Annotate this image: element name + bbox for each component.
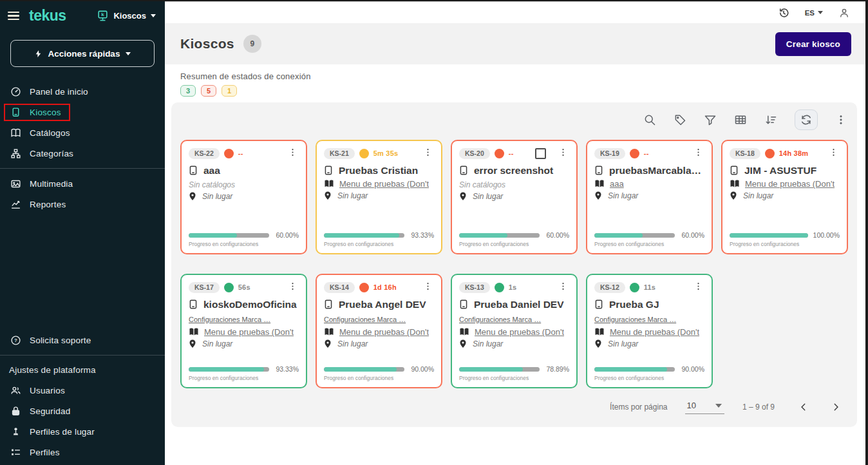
kiosk-card[interactable]: KS-19 -- pruebasMarcabla… aaa Sin lugar … (586, 140, 713, 254)
progress-block: 60.00% Progreso en configuraciones (459, 231, 569, 247)
catalog-link[interactable]: Menu de pruebas (Don't (475, 327, 564, 337)
location-pin-icon (324, 339, 332, 348)
location-pin-icon (459, 192, 467, 201)
catalog-link-line: Configuraciones Marca … (324, 313, 434, 325)
sidebar-item-kioscos[interactable]: Kioscos (0, 102, 165, 122)
kiosk-card[interactable]: KS-17 56s kioskoDemoOficina Configuracio… (180, 274, 307, 388)
more-options-button[interactable] (835, 114, 847, 126)
progress-bar (189, 367, 269, 372)
kiosk-card[interactable]: KS-22 -- aaa Sin catálogos Sin lugar 60.… (180, 140, 307, 254)
page-size-select[interactable]: 10 (685, 400, 724, 414)
catalog-link[interactable]: Configuraciones Marca … (189, 316, 270, 323)
card-header: KS-12 11s (594, 281, 704, 293)
more-vert-icon (558, 147, 568, 157)
sort-button[interactable] (764, 113, 777, 126)
sidebar-item-seguridad[interactable]: Seguridad (0, 401, 165, 421)
sidebar-item-reportes[interactable]: Reportes (0, 194, 165, 214)
book-icon (594, 180, 605, 188)
catalog-link[interactable]: Configuraciones Marca … (459, 316, 541, 323)
catalog-link[interactable]: Configuraciones Marca … (594, 316, 676, 323)
sidebar-item-multimedia[interactable]: Multimedia (0, 173, 165, 194)
card-detail-lines: Configuraciones Marca …Menu de pruebas (… (459, 310, 569, 337)
card-detail-lines: Configuraciones Marca …Menu de pruebas (… (324, 310, 434, 337)
kiosk-id-chip: KS-12 (594, 282, 625, 293)
kiosk-card[interactable]: KS-18 14h 38m JIM - ASUSTUF Menu de prue… (721, 140, 848, 254)
progress-percent: 93.33% (274, 365, 299, 373)
sidebar-item-catalogos[interactable]: Catálogos (0, 122, 165, 143)
more-vert-icon (829, 147, 838, 157)
more-vert-icon (288, 281, 297, 291)
card-detail-lines: Sin catálogos (459, 176, 569, 189)
create-kiosk-button[interactable]: Crear kiosco (775, 32, 851, 56)
user-menu-button[interactable] (838, 7, 850, 19)
book-icon (594, 328, 605, 336)
kiosk-card[interactable]: KS-20 -- error screenshot Sin catálogos … (451, 140, 578, 254)
table-view-button[interactable] (734, 113, 747, 126)
card-menu-button[interactable] (692, 281, 704, 293)
card-detail-lines: Configuraciones Marca …Menu de pruebas (… (189, 310, 299, 337)
sitemap-icon (10, 148, 21, 159)
catalog-link[interactable]: Menu de pruebas (Don't (339, 179, 429, 189)
location-pin-icon (189, 339, 196, 348)
card-menu-button[interactable] (827, 147, 840, 159)
connection-status-dot (224, 283, 234, 292)
sync-icon (800, 113, 813, 126)
catalog-link[interactable]: Configuraciones Marca … (324, 316, 406, 323)
card-header: KS-14 1d 16h (324, 281, 434, 293)
catalog-link-line: Menu de pruebas (Don't (459, 327, 569, 337)
card-menu-button[interactable] (557, 281, 569, 293)
kiosk-id-chip: KS-14 (324, 282, 355, 293)
kiosk-card[interactable]: KS-13 1s Prueba Daniel DEV Configuracion… (451, 274, 578, 388)
sidebar-item-perfiles-de-lugar[interactable]: Perfiles de lugar (0, 421, 165, 442)
history-button[interactable] (778, 7, 789, 19)
catalog-link-line: Configuraciones Marca … (594, 313, 704, 325)
sidebar-item-solicita-soporte[interactable]: ? Solicita soporte (0, 330, 165, 350)
quick-actions-button[interactable]: Acciones rápidas (10, 40, 155, 67)
kiosk-card[interactable]: KS-21 5m 35s Pruebas Cristian Menu de pr… (316, 140, 442, 254)
previous-page-button[interactable] (799, 403, 808, 412)
progress-caption: Progreso en configuraciones (730, 241, 840, 247)
connection-status-dot (495, 283, 504, 292)
kiosk-id-chip: KS-13 (459, 282, 490, 293)
tags-button[interactable] (674, 113, 686, 126)
catalog-link[interactable]: aaa (610, 179, 624, 189)
card-menu-button[interactable] (422, 147, 434, 159)
card-menu-button[interactable] (557, 147, 569, 159)
card-menu-button[interactable] (287, 147, 299, 159)
sidebar-nav: Panel de inicio Kioscos Catálogos Catego… (0, 81, 165, 214)
main-content: ES Kioscos 9 Crear kiosco Resumen de est… (165, 1, 868, 465)
refresh-button[interactable] (795, 109, 818, 130)
kiosk-card[interactable]: KS-12 11s Prueba GJ Configuraciones Marc… (586, 274, 713, 388)
kiosk-title: Prueba GJ (594, 299, 704, 310)
progress-bar (324, 233, 404, 238)
card-checkbox[interactable] (535, 148, 546, 159)
catalog-link[interactable]: Menu de pruebas (Don't (610, 327, 699, 337)
kiosk-icon (459, 299, 468, 310)
chart-icon (10, 199, 21, 210)
kiosk-card[interactable]: KS-14 1d 16h Prueba Angel DEV Configurac… (316, 274, 442, 388)
summary-label: Resumen de estados de conexión (180, 71, 853, 81)
card-menu-button[interactable] (692, 147, 704, 159)
location-pin-icon (594, 191, 602, 200)
filter-button[interactable] (704, 113, 717, 126)
card-menu-button[interactable] (422, 281, 434, 293)
catalog-link[interactable]: Menu de pruebas (Don't (745, 179, 835, 189)
context-switcher[interactable]: k Kioscos (97, 10, 156, 22)
kiosk-logo-icon: k (97, 10, 109, 22)
profiles-list-icon (10, 447, 21, 458)
catalog-link[interactable]: Menu de pruebas (Don't (339, 327, 429, 337)
sidebar-item-perfiles[interactable]: Perfiles (0, 442, 165, 462)
sidebar-item-panel-de-inicio[interactable]: Panel de inicio (0, 81, 165, 102)
catalog-link[interactable]: Menu de pruebas (Don't (204, 327, 294, 337)
card-header: KS-17 56s (189, 281, 299, 293)
language-dropdown[interactable]: ES (805, 9, 823, 17)
search-button[interactable] (643, 113, 656, 126)
sidebar-item-categorias[interactable]: Categorías (0, 143, 165, 164)
sidebar-item-usuarios[interactable]: Usuarios (0, 380, 165, 401)
progress-bar (459, 367, 540, 372)
next-page-button[interactable] (831, 403, 840, 412)
sort-icon (764, 113, 777, 126)
connection-status-dot (224, 149, 234, 158)
hamburger-menu-icon[interactable] (8, 12, 19, 21)
card-menu-button[interactable] (287, 281, 299, 293)
